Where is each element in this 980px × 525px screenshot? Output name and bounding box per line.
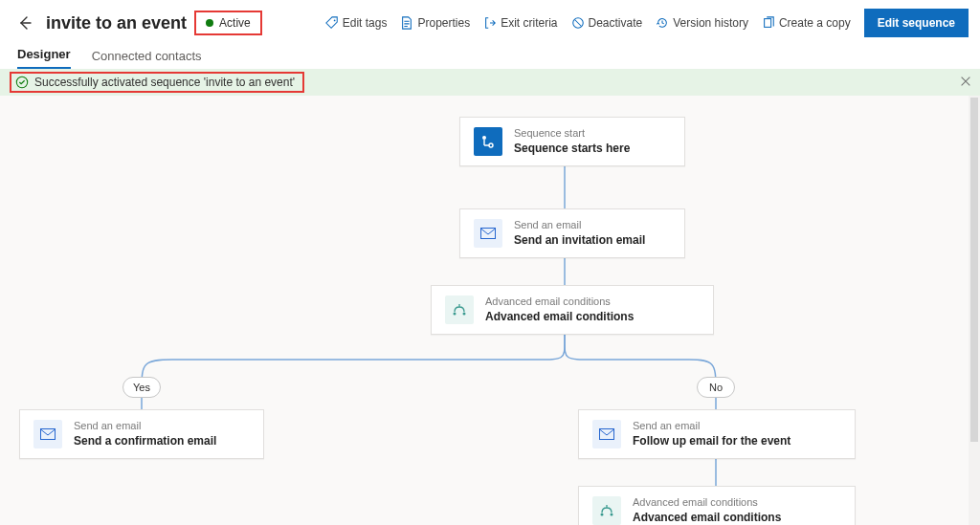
- edit-sequence-button[interactable]: Edit sequence: [864, 9, 969, 37]
- step-subtitle: Advanced email conditions: [633, 496, 781, 508]
- tag-icon: [325, 16, 339, 30]
- deactivate-button[interactable]: Deactivate: [571, 16, 643, 30]
- step-subtitle: Send an email: [514, 219, 645, 230]
- step-advanced-conditions-2[interactable]: Advanced email conditions Advanced email…: [578, 486, 856, 525]
- svg-point-3: [16, 77, 27, 87]
- svg-point-12: [611, 514, 613, 516]
- step-subtitle: Advanced email conditions: [485, 295, 634, 307]
- deactivate-icon: [571, 16, 585, 30]
- tab-designer[interactable]: Designer: [17, 47, 71, 69]
- branch-no-pill: No: [697, 377, 735, 398]
- sequence-title: invite to an event: [46, 13, 187, 33]
- svg-point-11: [601, 514, 604, 516]
- tabs: Designer Connected contacts: [0, 46, 980, 69]
- deactivate-label: Deactivate: [589, 16, 643, 30]
- document-icon: [400, 16, 413, 30]
- svg-rect-6: [481, 229, 496, 239]
- step-title: Advanced email conditions: [485, 310, 634, 323]
- back-button[interactable]: [11, 10, 38, 36]
- step-follow-up-email[interactable]: Send an email Follow up email for the ev…: [578, 409, 856, 459]
- svg-rect-10: [600, 429, 614, 440]
- vertical-scrollbar[interactable]: [969, 96, 980, 525]
- svg-point-7: [454, 313, 457, 316]
- version-history-label: Version history: [673, 16, 748, 30]
- exit-criteria-button[interactable]: Exit criteria: [483, 16, 557, 30]
- branch-yes-pill: Yes: [122, 377, 161, 398]
- status-text: Active: [219, 16, 251, 30]
- exit-icon: [483, 16, 497, 30]
- header-bar: invite to an event Active Edit tags Prop…: [0, 0, 980, 46]
- email-icon: [592, 420, 621, 448]
- conditions-icon: [592, 496, 621, 525]
- svg-point-4: [482, 136, 486, 140]
- email-icon: [474, 219, 502, 248]
- svg-rect-2: [765, 19, 771, 28]
- step-title: Sequence starts here: [514, 142, 630, 155]
- step-title: Send a confirmation email: [74, 434, 216, 448]
- exit-criteria-label: Exit criteria: [501, 16, 557, 30]
- email-icon: [33, 420, 62, 448]
- step-subtitle: Send an email: [633, 420, 791, 431]
- sequence-start-icon: [474, 127, 502, 156]
- designer-canvas[interactable]: Sequence start Sequence starts here Send…: [0, 96, 980, 525]
- step-sequence-start[interactable]: Sequence start Sequence starts here: [459, 117, 685, 166]
- status-dot-icon: [206, 19, 213, 27]
- step-send-invitation-email[interactable]: Send an email Send an invitation email: [459, 208, 685, 258]
- svg-point-8: [463, 313, 466, 316]
- close-icon: [959, 75, 972, 88]
- svg-point-5: [489, 143, 493, 147]
- step-subtitle: Sequence start: [514, 127, 630, 139]
- step-subtitle: Send an email: [74, 420, 216, 431]
- edit-tags-button[interactable]: Edit tags: [325, 16, 388, 30]
- header-actions: Edit tags Properties Exit criteria Deact…: [325, 9, 969, 37]
- svg-point-0: [334, 20, 336, 22]
- status-badge: Active: [194, 11, 262, 35]
- step-title: Advanced email conditions: [633, 511, 781, 524]
- copy-icon: [762, 16, 775, 30]
- history-icon: [656, 16, 669, 30]
- step-confirmation-email[interactable]: Send an email Send a confirmation email: [19, 409, 264, 459]
- success-banner: Successfully activated sequence 'invite …: [0, 69, 980, 96]
- banner-message: Successfully activated sequence 'invite …: [34, 76, 295, 89]
- create-copy-label: Create a copy: [779, 16, 851, 30]
- edit-tags-label: Edit tags: [343, 16, 388, 30]
- step-title: Follow up email for the event: [633, 434, 791, 448]
- conditions-icon: [445, 295, 474, 324]
- step-advanced-conditions-1[interactable]: Advanced email conditions Advanced email…: [431, 285, 714, 335]
- tab-connected-contacts[interactable]: Connected contacts: [92, 49, 202, 69]
- check-circle-icon: [15, 76, 29, 89]
- version-history-button[interactable]: Version history: [656, 16, 748, 30]
- create-copy-button[interactable]: Create a copy: [762, 16, 851, 30]
- properties-label: Properties: [417, 16, 470, 30]
- svg-rect-9: [41, 429, 56, 440]
- banner-close-button[interactable]: [959, 75, 972, 92]
- step-title: Send an invitation email: [514, 233, 645, 247]
- properties-button[interactable]: Properties: [400, 16, 470, 30]
